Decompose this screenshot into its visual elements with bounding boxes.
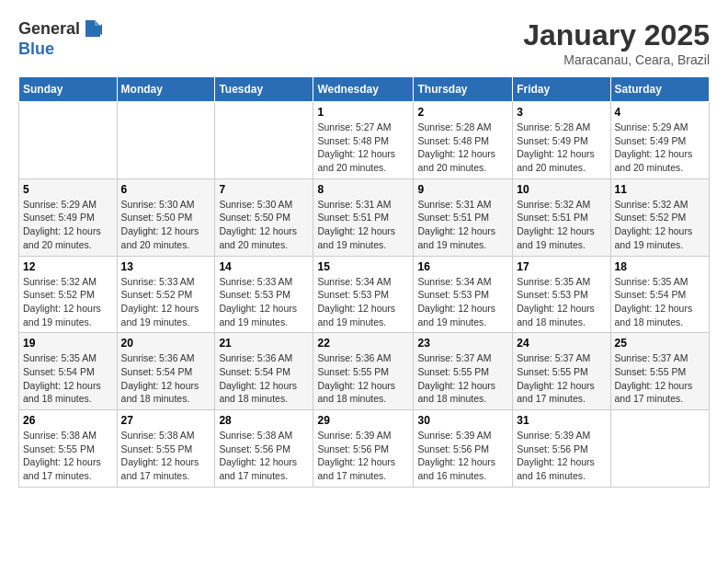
logo-blue-text: Blue: [18, 40, 104, 59]
calendar-header-thursday: Thursday: [414, 77, 513, 102]
location: Maracanau, Ceara, Brazil: [523, 52, 710, 67]
day-number: 14: [219, 260, 309, 273]
day-number: 22: [317, 337, 409, 350]
calendar-cell: 16Sunrise: 5:34 AM Sunset: 5:53 PM Dayli…: [414, 256, 513, 333]
logo: General Blue: [18, 18, 104, 59]
calendar-header-saturday: Saturday: [610, 77, 709, 102]
calendar-cell: 10Sunrise: 5:32 AM Sunset: 5:51 PM Dayli…: [513, 178, 610, 256]
calendar-cell: 28Sunrise: 5:38 AM Sunset: 5:56 PM Dayli…: [215, 410, 313, 488]
calendar-header-monday: Monday: [117, 77, 215, 102]
day-info: Sunrise: 5:38 AM Sunset: 5:55 PM Dayligh…: [121, 429, 211, 483]
day-info: Sunrise: 5:39 AM Sunset: 5:56 PM Dayligh…: [417, 429, 508, 483]
day-info: Sunrise: 5:36 AM Sunset: 5:54 PM Dayligh…: [219, 351, 309, 406]
calendar-cell: 30Sunrise: 5:39 AM Sunset: 5:56 PM Dayli…: [414, 410, 513, 488]
calendar-cell: [19, 102, 118, 179]
day-number: 13: [121, 260, 211, 273]
calendar-cell: 31Sunrise: 5:39 AM Sunset: 5:56 PM Dayli…: [513, 410, 610, 488]
day-info: Sunrise: 5:29 AM Sunset: 5:49 PM Dayligh…: [23, 198, 113, 252]
day-info: Sunrise: 5:34 AM Sunset: 5:53 PM Dayligh…: [317, 275, 409, 329]
calendar-cell: 15Sunrise: 5:34 AM Sunset: 5:53 PM Dayli…: [313, 256, 414, 333]
day-number: 6: [121, 183, 211, 196]
calendar-header-tuesday: Tuesday: [215, 77, 313, 102]
day-number: 23: [417, 337, 508, 350]
logo-general-text: General: [18, 20, 80, 39]
day-info: Sunrise: 5:39 AM Sunset: 5:56 PM Dayligh…: [317, 429, 409, 483]
calendar-cell: 19Sunrise: 5:35 AM Sunset: 5:54 PM Dayli…: [19, 333, 118, 410]
calendar-cell: 25Sunrise: 5:37 AM Sunset: 5:55 PM Dayli…: [610, 333, 709, 410]
day-info: Sunrise: 5:37 AM Sunset: 5:55 PM Dayligh…: [417, 351, 508, 406]
calendar-cell: 2Sunrise: 5:28 AM Sunset: 5:48 PM Daylig…: [414, 102, 513, 179]
calendar-cell: 3Sunrise: 5:28 AM Sunset: 5:49 PM Daylig…: [513, 102, 610, 179]
day-info: Sunrise: 5:39 AM Sunset: 5:56 PM Dayligh…: [517, 429, 606, 483]
calendar-cell: [117, 102, 215, 179]
day-info: Sunrise: 5:34 AM Sunset: 5:53 PM Dayligh…: [417, 275, 508, 329]
page-header: General Blue January 2025 Maracanau, Cea…: [18, 18, 710, 67]
calendar-cell: 23Sunrise: 5:37 AM Sunset: 5:55 PM Dayli…: [414, 333, 513, 410]
calendar-cell: 27Sunrise: 5:38 AM Sunset: 5:55 PM Dayli…: [117, 410, 215, 488]
day-info: Sunrise: 5:28 AM Sunset: 5:48 PM Dayligh…: [417, 121, 508, 175]
calendar-cell: 7Sunrise: 5:30 AM Sunset: 5:50 PM Daylig…: [215, 178, 313, 256]
day-info: Sunrise: 5:35 AM Sunset: 5:54 PM Dayligh…: [23, 351, 113, 406]
day-info: Sunrise: 5:37 AM Sunset: 5:55 PM Dayligh…: [615, 351, 705, 406]
calendar-cell: 5Sunrise: 5:29 AM Sunset: 5:49 PM Daylig…: [19, 178, 118, 256]
day-number: 26: [23, 414, 113, 427]
day-number: 15: [317, 260, 409, 273]
day-number: 16: [417, 260, 508, 273]
day-info: Sunrise: 5:29 AM Sunset: 5:49 PM Dayligh…: [615, 121, 705, 175]
day-number: 2: [417, 106, 508, 119]
day-number: 17: [517, 260, 606, 273]
calendar-week-row: 12Sunrise: 5:32 AM Sunset: 5:52 PM Dayli…: [19, 256, 710, 333]
calendar-cell: 20Sunrise: 5:36 AM Sunset: 5:54 PM Dayli…: [117, 333, 215, 410]
day-info: Sunrise: 5:33 AM Sunset: 5:53 PM Dayligh…: [219, 275, 309, 329]
day-info: Sunrise: 5:30 AM Sunset: 5:50 PM Dayligh…: [121, 198, 211, 252]
day-info: Sunrise: 5:38 AM Sunset: 5:56 PM Dayligh…: [219, 429, 309, 483]
day-info: Sunrise: 5:36 AM Sunset: 5:55 PM Dayligh…: [317, 351, 409, 406]
day-info: Sunrise: 5:33 AM Sunset: 5:52 PM Dayligh…: [121, 275, 211, 329]
day-number: 19: [23, 337, 113, 350]
day-info: Sunrise: 5:31 AM Sunset: 5:51 PM Dayligh…: [317, 198, 409, 252]
calendar-cell: [610, 410, 709, 488]
calendar-week-row: 1Sunrise: 5:27 AM Sunset: 5:48 PM Daylig…: [19, 102, 710, 179]
day-number: 4: [615, 106, 705, 119]
day-number: 30: [417, 414, 508, 427]
calendar-cell: 22Sunrise: 5:36 AM Sunset: 5:55 PM Dayli…: [313, 333, 414, 410]
day-number: 21: [219, 337, 309, 350]
day-number: 18: [615, 260, 705, 273]
logo-icon: [82, 18, 104, 40]
day-info: Sunrise: 5:36 AM Sunset: 5:54 PM Dayligh…: [121, 351, 211, 406]
day-info: Sunrise: 5:32 AM Sunset: 5:52 PM Dayligh…: [615, 198, 705, 252]
calendar-cell: 1Sunrise: 5:27 AM Sunset: 5:48 PM Daylig…: [313, 102, 414, 179]
day-number: 10: [517, 183, 606, 196]
calendar-cell: 21Sunrise: 5:36 AM Sunset: 5:54 PM Dayli…: [215, 333, 313, 410]
calendar-cell: 26Sunrise: 5:38 AM Sunset: 5:55 PM Dayli…: [19, 410, 118, 488]
calendar-cell: 9Sunrise: 5:31 AM Sunset: 5:51 PM Daylig…: [414, 178, 513, 256]
calendar-header-row: SundayMondayTuesdayWednesdayThursdayFrid…: [19, 77, 710, 102]
calendar-cell: 24Sunrise: 5:37 AM Sunset: 5:55 PM Dayli…: [513, 333, 610, 410]
title-block: January 2025 Maracanau, Ceara, Brazil: [523, 18, 710, 67]
day-info: Sunrise: 5:31 AM Sunset: 5:51 PM Dayligh…: [417, 198, 508, 252]
calendar-cell: 8Sunrise: 5:31 AM Sunset: 5:51 PM Daylig…: [313, 178, 414, 256]
calendar-header-wednesday: Wednesday: [313, 77, 414, 102]
calendar-cell: 6Sunrise: 5:30 AM Sunset: 5:50 PM Daylig…: [117, 178, 215, 256]
day-number: 7: [219, 183, 309, 196]
day-info: Sunrise: 5:30 AM Sunset: 5:50 PM Dayligh…: [219, 198, 309, 252]
svg-marker-1: [95, 20, 100, 26]
calendar-cell: 11Sunrise: 5:32 AM Sunset: 5:52 PM Dayli…: [610, 178, 709, 256]
calendar-cell: 12Sunrise: 5:32 AM Sunset: 5:52 PM Dayli…: [19, 256, 118, 333]
month-title: January 2025: [523, 18, 710, 52]
day-number: 8: [317, 183, 409, 196]
day-info: Sunrise: 5:28 AM Sunset: 5:49 PM Dayligh…: [517, 121, 606, 175]
day-number: 11: [615, 183, 705, 196]
calendar-cell: 29Sunrise: 5:39 AM Sunset: 5:56 PM Dayli…: [313, 410, 414, 488]
day-number: 5: [23, 183, 113, 196]
calendar-week-row: 26Sunrise: 5:38 AM Sunset: 5:55 PM Dayli…: [19, 410, 710, 488]
day-info: Sunrise: 5:32 AM Sunset: 5:51 PM Dayligh…: [517, 198, 606, 252]
day-info: Sunrise: 5:37 AM Sunset: 5:55 PM Dayligh…: [517, 351, 606, 406]
calendar-cell: 4Sunrise: 5:29 AM Sunset: 5:49 PM Daylig…: [610, 102, 709, 179]
calendar-table: SundayMondayTuesdayWednesdayThursdayFrid…: [18, 76, 710, 488]
calendar-header-friday: Friday: [513, 77, 610, 102]
day-info: Sunrise: 5:35 AM Sunset: 5:53 PM Dayligh…: [517, 275, 606, 329]
day-number: 27: [121, 414, 211, 427]
calendar-cell: [215, 102, 313, 179]
day-number: 29: [317, 414, 409, 427]
